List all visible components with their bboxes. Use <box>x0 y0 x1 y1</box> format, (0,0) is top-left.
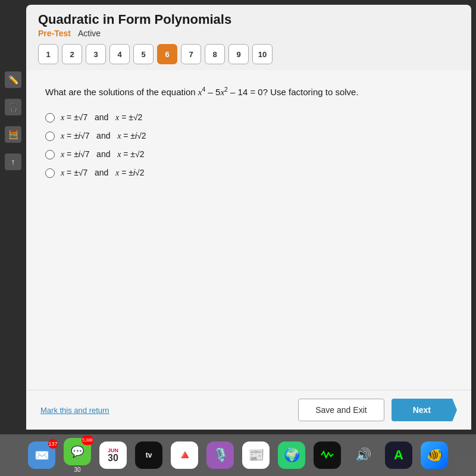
q-btn-7[interactable]: 7 <box>181 44 201 64</box>
q-btn-4[interactable]: 4 <box>109 44 130 64</box>
dock-activity[interactable] <box>314 441 341 469</box>
option-d[interactable]: x = ±√7 and x = ±i√2 <box>45 168 452 178</box>
dock: ✉️ 137 💬 5,388 30 JUN 30 tv 🔺 🎙️ <box>0 434 476 476</box>
option-d-text: x = ±√7 and x = ±i√2 <box>61 168 145 178</box>
q-btn-8[interactable]: 8 <box>205 44 225 64</box>
dock-messages[interactable]: 💬 5,388 <box>64 438 91 465</box>
mark-return-link[interactable]: Mark this and return <box>40 406 109 415</box>
up-arrow-icon[interactable]: ↑ <box>5 154 21 170</box>
radio-d[interactable] <box>45 168 55 178</box>
q-btn-10[interactable]: 10 <box>252 44 273 64</box>
dock-podcasts[interactable]: 🎙️ <box>206 441 234 469</box>
active-label: Active <box>78 29 101 38</box>
mail-badge: 137 <box>48 439 58 449</box>
option-a[interactable]: x = ±√7 and x = ±√2 <box>45 112 452 123</box>
q-btn-9[interactable]: 9 <box>228 44 249 64</box>
dock-appletv[interactable]: tv <box>135 441 162 469</box>
option-c[interactable]: x = ±i√7 and x = ±√2 <box>45 149 452 159</box>
q-btn-5[interactable]: 5 <box>133 44 154 64</box>
pencil-icon[interactable]: ✏️ <box>5 71 21 88</box>
dock-news[interactable]: 📰 <box>242 441 270 469</box>
question-number-row: 1 2 3 4 5 6 7 8 9 10 <box>38 44 459 70</box>
radio-b[interactable] <box>45 131 55 141</box>
q-btn-3[interactable]: 3 <box>86 44 106 64</box>
calculator-icon[interactable]: 🧮 <box>5 126 21 143</box>
question-text: What are the solutions of the equation x… <box>45 84 452 99</box>
next-button[interactable]: Next <box>392 399 457 421</box>
save-exit-button[interactable]: Save and Exit <box>298 399 384 421</box>
headphone-icon[interactable]: 🎧 <box>5 99 21 115</box>
dock-fish[interactable]: 🐠 <box>421 441 448 469</box>
dock-textedit[interactable]: 🔺 <box>171 441 198 469</box>
dock-istatmenus[interactable]: 🔊 <box>349 441 377 469</box>
dock-findmyfriends[interactable]: 🌍 <box>278 441 305 469</box>
dock-calendar[interactable]: JUN 30 <box>99 441 127 469</box>
option-c-text: x = ±i√7 and x = ±√2 <box>61 149 144 159</box>
radio-a[interactable] <box>45 113 55 123</box>
messages-badge: 5,388 <box>82 436 93 445</box>
page-title: Quadratic in Form Polynomials <box>38 12 459 27</box>
option-b[interactable]: x = ±i√7 and x = ±i√2 <box>45 131 452 141</box>
option-a-text: x = ±√7 and x = ±√2 <box>61 112 142 123</box>
dock-font-A[interactable]: A <box>385 441 412 469</box>
dock-mail[interactable]: ✉️ 137 <box>28 441 55 469</box>
dock-date-label: 30 <box>74 466 80 473</box>
bottom-buttons: Save and Exit Next <box>298 399 457 421</box>
pretest-label: Pre-Test <box>38 29 71 38</box>
radio-c[interactable] <box>45 150 55 159</box>
q-btn-2[interactable]: 2 <box>62 44 82 64</box>
options-list: x = ±√7 and x = ±√2 x = ±i√7 and x = ±i√… <box>45 112 452 178</box>
q-btn-1[interactable]: 1 <box>38 44 58 64</box>
q-btn-6[interactable]: 6 <box>157 44 177 64</box>
option-b-text: x = ±i√7 and x = ±i√2 <box>61 131 146 141</box>
